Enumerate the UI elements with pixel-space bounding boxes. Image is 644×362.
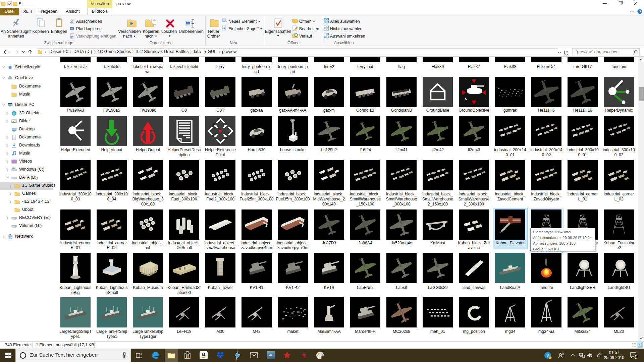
- svg-text:?: ?: [546, 353, 549, 358]
- svg-text:?: ?: [639, 10, 641, 14]
- svg-text:W..: W..: [70, 27, 74, 30]
- svg-text:1: 1: [635, 356, 637, 359]
